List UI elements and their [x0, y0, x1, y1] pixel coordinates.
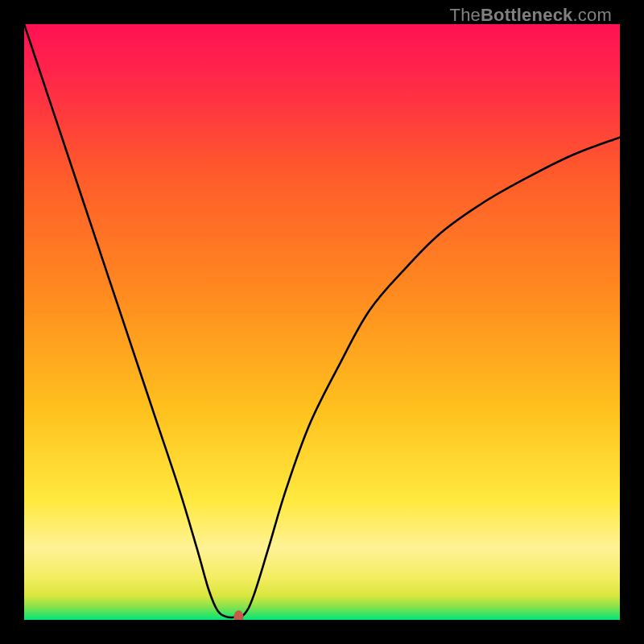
watermark-suffix: .com	[573, 5, 612, 25]
plot-svg	[24, 24, 620, 620]
gradient-background	[24, 24, 620, 620]
watermark-bold: Bottleneck	[481, 5, 572, 25]
watermark-prefix: The	[450, 5, 481, 25]
chart-container: TheBottleneck.com	[0, 0, 644, 644]
watermark: TheBottleneck.com	[450, 5, 612, 26]
plot-area	[24, 24, 620, 620]
